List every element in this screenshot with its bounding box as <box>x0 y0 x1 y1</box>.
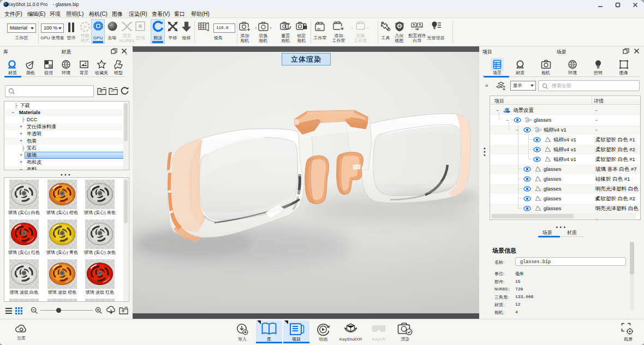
svg-text:P: P <box>84 25 87 30</box>
